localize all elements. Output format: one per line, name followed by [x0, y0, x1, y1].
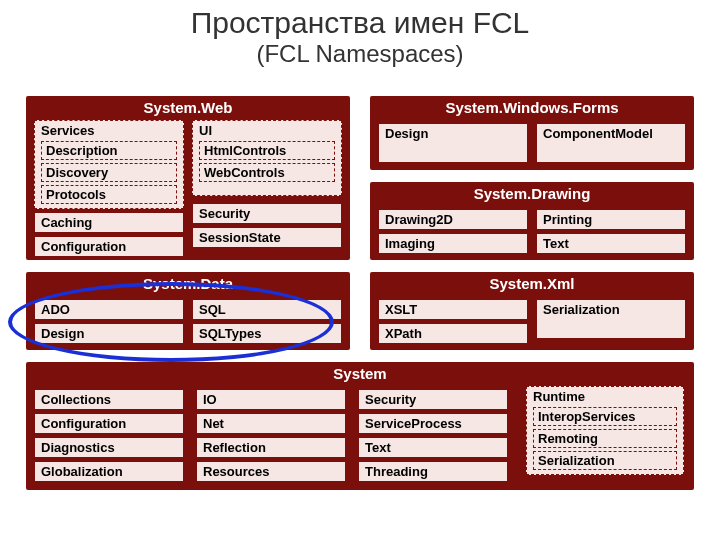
- block-system: System Collections Configuration Diagnos…: [26, 362, 694, 490]
- ns-item: Protocols: [41, 185, 177, 204]
- ns-item: Drawing2D: [378, 209, 528, 230]
- ns-item: Configuration: [34, 413, 184, 434]
- ns-item: Globalization: [34, 461, 184, 482]
- ns-item: Text: [536, 233, 686, 254]
- ns-item: Caching: [34, 212, 184, 233]
- ns-item: Printing: [536, 209, 686, 230]
- ns-item: Net: [196, 413, 346, 434]
- highlight-ellipse: [8, 282, 334, 362]
- block-system-web: System.Web Services Description Discover…: [26, 96, 350, 260]
- ns-item: Security: [192, 203, 342, 224]
- ns-item: ComponentModel: [536, 123, 686, 163]
- subgroup-services: Services Description Discovery Protocols: [34, 120, 184, 209]
- ns-item: Serialization: [533, 451, 677, 470]
- block-title: System.Xml: [370, 272, 694, 293]
- ns-item: Text: [358, 437, 508, 458]
- ns-item: XSLT: [378, 299, 528, 320]
- block-system-drawing: System.Drawing Drawing2D Imaging Printin…: [370, 182, 694, 260]
- ns-item: SessionState: [192, 227, 342, 248]
- block-system-xml: System.Xml XSLT XPath Serialization: [370, 272, 694, 350]
- ns-item: InteropServices: [533, 407, 677, 426]
- page-title: Пространства имен FCL: [0, 6, 720, 40]
- subgroup-ui: UI HtmlControls WebControls: [192, 120, 342, 196]
- ns-item: Threading: [358, 461, 508, 482]
- block-title: System: [26, 362, 694, 383]
- ns-item: Reflection: [196, 437, 346, 458]
- subgroup-label: UI: [199, 123, 212, 138]
- block-title: System.Web: [26, 96, 350, 117]
- ns-item: XPath: [378, 323, 528, 344]
- page-subtitle: (FCL Namespaces): [0, 40, 720, 68]
- ns-item: Security: [358, 389, 508, 410]
- ns-item: Collections: [34, 389, 184, 410]
- subgroup-label: Runtime: [533, 389, 585, 404]
- ns-item: Serialization: [536, 299, 686, 339]
- ns-item: Imaging: [378, 233, 528, 254]
- ns-item: Description: [41, 141, 177, 160]
- ns-item: IO: [196, 389, 346, 410]
- ns-item: Remoting: [533, 429, 677, 448]
- subgroup-runtime: Runtime InteropServices Remoting Seriali…: [526, 386, 684, 475]
- block-title: System.Windows.Forms: [370, 96, 694, 117]
- ns-item: ServiceProcess: [358, 413, 508, 434]
- ns-item: WebControls: [199, 163, 335, 182]
- ns-item: Discovery: [41, 163, 177, 182]
- ns-item: Design: [378, 123, 528, 163]
- block-title: System.Drawing: [370, 182, 694, 203]
- ns-item: HtmlControls: [199, 141, 335, 160]
- subgroup-label: Services: [41, 123, 95, 138]
- ns-item: Resources: [196, 461, 346, 482]
- ns-item: Diagnostics: [34, 437, 184, 458]
- block-system-windows-forms: System.Windows.Forms Design ComponentMod…: [370, 96, 694, 170]
- ns-item: Configuration: [34, 236, 184, 257]
